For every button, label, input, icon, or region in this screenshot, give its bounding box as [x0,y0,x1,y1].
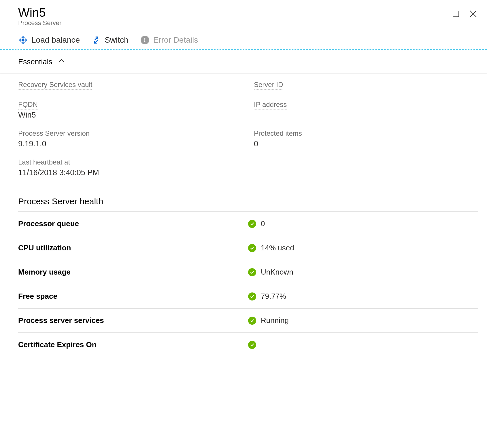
health-row-value-wrap [248,341,478,349]
protected-items-value: 0 [254,139,258,148]
check-circle-icon [248,268,256,276]
page-title: Win5 [18,6,451,19]
ip-field: IP address [254,101,478,120]
svg-point-5 [22,39,24,41]
header-actions [451,6,478,19]
health-row-label: CPU utilization [18,243,248,252]
protected-items-field: Protected items 0 [254,129,478,148]
health-row-label: Free space [18,292,248,301]
health-section: Process Server health Processor queue0CP… [0,189,487,357]
switch-icon [91,35,101,45]
header-left: Win5 Process Server [18,6,451,27]
load-balance-label: Load balance [31,35,80,45]
load-balance-icon [18,35,28,45]
health-row-value-wrap: UnKnown [248,268,478,277]
error-details-button: ! Error Details [140,35,198,45]
check-circle-icon [248,220,256,228]
recovery-vault-label: Recovery Services vault [18,81,92,90]
heartbeat-label: Last heartbeat at [18,158,70,167]
health-row-label: Processor queue [18,219,248,228]
error-details-icon: ! [140,35,150,45]
health-row-label: Certificate Expires On [18,340,248,349]
server-id-label: Server ID [254,81,283,90]
fqdn-label: FQDN [18,101,38,109]
svg-rect-0 [453,11,459,17]
health-row-value: 79.77% [261,292,286,301]
health-row: Memory usageUnKnown [18,260,478,284]
essentials-body: Recovery Services vault Server ID FQDN W… [0,74,487,189]
fqdn-field: FQDN Win5 [18,101,242,120]
heartbeat-field: Last heartbeat at 11/16/2018 3:40:05 PM [18,158,242,177]
health-title: Process Server health [18,196,478,212]
page-subtitle: Process Server [18,19,451,27]
load-balance-button[interactable]: Load balance [18,35,80,45]
panel-header: Win5 Process Server [0,0,487,31]
health-row-value: 14% used [261,243,294,252]
health-row-value: Running [261,316,289,325]
health-row-value-wrap: 14% used [248,243,478,252]
version-field: Process Server version 9.19.1.0 [18,129,242,148]
health-row: Process server servicesRunning [18,309,478,333]
health-row-value: UnKnown [261,268,293,277]
toolbar: Load balance Switch ! Error Details [0,31,487,50]
health-row-label: Memory usage [18,268,248,277]
switch-button[interactable]: Switch [91,35,128,45]
error-details-label: Error Details [153,35,198,45]
essentials-toggle[interactable]: Essentials [0,50,487,74]
health-row-label: Process server services [18,316,248,325]
health-row: Free space79.77% [18,284,478,309]
ip-label: IP address [254,101,287,109]
essentials-grid: Recovery Services vault Server ID FQDN W… [18,81,478,177]
health-row: Certificate Expires On [18,333,478,357]
check-circle-icon [248,341,256,349]
process-server-panel: Win5 Process Server [0,0,487,357]
fqdn-value: Win5 [18,111,36,120]
check-circle-icon [248,317,256,325]
close-icon[interactable] [468,9,478,19]
health-row-value-wrap: 79.77% [248,292,478,301]
version-label: Process Server version [18,129,90,138]
health-row-value-wrap: Running [248,316,478,325]
health-row-value: 0 [261,219,265,228]
check-circle-icon [248,244,256,252]
health-row-value-wrap: 0 [248,219,478,228]
essentials-label: Essentials [18,57,52,66]
heartbeat-value: 11/16/2018 3:40:05 PM [18,168,99,177]
health-row: CPU utilization14% used [18,236,478,260]
chevron-up-icon [58,57,65,67]
health-rows: Processor queue0CPU utilization14% usedM… [18,212,478,357]
protected-items-label: Protected items [254,129,302,138]
switch-label: Switch [105,35,128,45]
health-row: Processor queue0 [18,212,478,236]
restore-window-icon[interactable] [451,9,461,19]
version-value: 9.19.1.0 [18,139,46,148]
recovery-vault-field: Recovery Services vault [18,81,242,91]
check-circle-icon [248,292,256,300]
server-id-field: Server ID [254,81,478,91]
